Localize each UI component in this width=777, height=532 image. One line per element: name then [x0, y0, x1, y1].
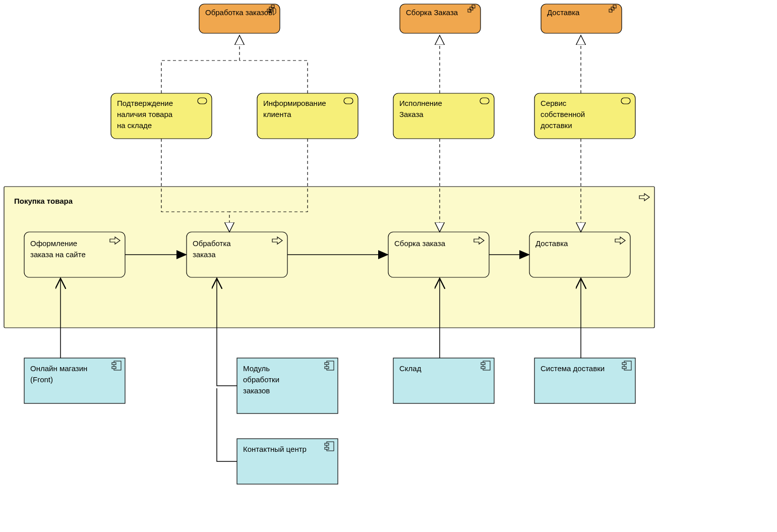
- service-podtverzhdenie[interactable]: Подтверждение наличия товара на складе: [111, 93, 212, 139]
- svg-rect-32: [325, 443, 329, 445]
- process-step-oformlenie[interactable]: Оформление заказа на сайте: [24, 232, 125, 277]
- realization-edge: [161, 35, 240, 93]
- realization-edge: [240, 61, 308, 93]
- app-label: Онлайн магазин: [30, 364, 87, 373]
- svg-rect-25: [112, 367, 116, 369]
- step-label: Доставка: [535, 239, 568, 248]
- app-label: (Front): [30, 375, 53, 384]
- step-label: Сборка заказа: [394, 239, 446, 248]
- service-label: на складе: [117, 121, 152, 130]
- process-step-sborka[interactable]: Сборка заказа: [388, 232, 489, 277]
- svg-rect-36: [481, 363, 485, 365]
- step-label: Оформление: [30, 239, 77, 248]
- process-step-dostavka[interactable]: Доставка: [529, 232, 630, 277]
- service-ispolnenie[interactable]: Исполнение Заказа: [393, 93, 494, 139]
- service-label: Исполнение: [399, 99, 442, 107]
- service-label: Информирование: [263, 99, 326, 107]
- svg-rect-33: [325, 447, 329, 449]
- svg-rect-24: [112, 363, 116, 365]
- svg-rect-29: [325, 367, 329, 369]
- function-label: Обработка заказов: [205, 8, 272, 17]
- app-modul-obrabotki[interactable]: Модуль обработки заказов: [237, 358, 338, 413]
- serving-edge: [217, 388, 237, 461]
- app-sistema-dostavki[interactable]: Система доставки: [534, 358, 635, 403]
- service-label: клиента: [263, 110, 291, 119]
- process-step-obrabotka[interactable]: Обработка заказа: [187, 232, 287, 277]
- step-label: заказа: [193, 250, 216, 259]
- step-label: Обработка: [193, 239, 231, 248]
- app-label: заказов: [243, 386, 270, 395]
- svg-rect-40: [622, 363, 626, 365]
- app-label: Система доставки: [541, 364, 605, 373]
- step-label: заказа на сайте: [30, 250, 86, 259]
- svg-rect-28: [325, 363, 329, 365]
- service-label: Сервис: [541, 99, 567, 107]
- service-informirovanie[interactable]: Информирование клиента: [257, 93, 358, 139]
- svg-rect-37: [481, 367, 485, 369]
- app-online-magazin[interactable]: Онлайн магазин (Front): [24, 358, 125, 403]
- service-servis-dostavki[interactable]: Сервис собственной доставки: [534, 93, 635, 139]
- app-label: Склад: [399, 364, 422, 373]
- service-label: Заказа: [399, 110, 424, 119]
- archimate-diagram: Обработка заказов Сборка Заказа Доставка: [0, 0, 777, 532]
- function-obrabotka-zakazov[interactable]: Обработка заказов: [199, 4, 280, 33]
- svg-rect-41: [622, 367, 626, 369]
- function-sborka-zakaza[interactable]: Сборка Заказа: [400, 4, 481, 33]
- function-dostavka[interactable]: Доставка: [541, 4, 622, 33]
- app-label: Контактный центр: [243, 445, 307, 453]
- app-label: Модуль: [243, 364, 270, 373]
- app-label: обработки: [243, 375, 279, 384]
- service-label: Подтверждение: [117, 99, 173, 107]
- function-label: Доставка: [547, 8, 580, 17]
- process-title: Покупка товара: [14, 197, 73, 205]
- service-label: доставки: [541, 121, 572, 130]
- function-label: Сборка Заказа: [406, 8, 458, 17]
- app-sklad[interactable]: Склад: [393, 358, 494, 403]
- service-label: наличия товара: [117, 110, 173, 119]
- service-label: собственной: [541, 110, 585, 119]
- app-kontaktny-centr[interactable]: Контактный центр: [237, 439, 338, 484]
